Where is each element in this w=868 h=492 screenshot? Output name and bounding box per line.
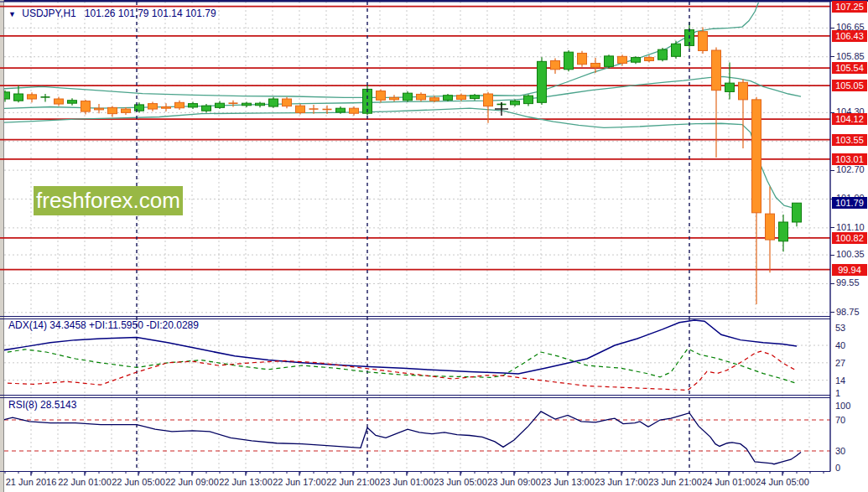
sr-price-tag[interactable]: 106.43 [832, 30, 867, 42]
candle-body [390, 97, 399, 100]
candle-body [122, 109, 131, 112]
chart-window: freshforex.com ▼ USDJPY,H1 101.26 101.79… [0, 0, 868, 492]
time-axis-label: 22 Jun 13:00 [219, 477, 273, 487]
rsi-panel-lines [0, 412, 830, 464]
broker-watermark-text: freshforex.com [36, 188, 180, 213]
chart-canvas[interactable] [0, 0, 868, 492]
price-tick [830, 255, 834, 256]
symbol-dropdown-icon[interactable]: ▼ [8, 10, 16, 18]
time-axis-label: 23 Jun 13:00 [541, 477, 595, 487]
time-axis-label: 24 Jun 05:00 [756, 477, 809, 487]
vertical-marker-lines[interactable] [137, 2, 689, 472]
candle-body [699, 32, 708, 51]
candle-body [202, 106, 211, 111]
symbol-name: USDJPY,H1 [22, 8, 75, 19]
adx-axis-label: 53 [835, 323, 845, 333]
price-axis-label: 101.10 [836, 222, 865, 232]
sr-price-tag[interactable]: 107.25 [832, 1, 867, 13]
adx-axis-label: 1 [835, 388, 840, 398]
candle-body [793, 203, 802, 222]
price-tick [830, 56, 834, 57]
time-axis-label: 22 Jun 21:00 [326, 477, 380, 487]
candle-body [578, 53, 587, 64]
rsi-indicator-label: RSI(8) 28.5143 [8, 399, 76, 411]
candle-body [403, 93, 413, 101]
candle-body [712, 50, 721, 91]
candle-body [752, 100, 761, 213]
time-axis-ticks [5, 472, 824, 476]
candle-body [242, 103, 252, 106]
candle-body [739, 82, 748, 100]
candle-body [296, 106, 305, 112]
sr-price-tag[interactable]: 104.12 [832, 113, 867, 125]
candle-body [283, 99, 292, 106]
candle-body [377, 91, 386, 101]
candle-body [1, 92, 10, 99]
adx-axis-label: 40 [835, 340, 845, 350]
candle-body [95, 108, 104, 110]
rsi-axis-label: 100 [835, 401, 850, 411]
adx-indicator-label: ADX(14) 34.3458 +DI:11.5950 -DI:20.0289 [8, 319, 199, 331]
time-axis-label: 22 Jun 17:00 [273, 477, 326, 487]
sr-price-tag[interactable]: 103.55 [832, 134, 867, 146]
candle-body [68, 101, 77, 103]
panel-borders [0, 2, 830, 472]
candle-body [175, 102, 185, 107]
sr-price-tag[interactable]: 105.54 [832, 62, 867, 74]
symbol-ohlc-values: 101.26 101.79 101.14 101.79 [85, 8, 216, 19]
sr-price-tag[interactable]: 99.94 [832, 264, 867, 276]
candle-body [55, 99, 64, 104]
time-axis-label: 24 Jun 01:00 [702, 477, 756, 487]
bollinger-bands [0, 0, 801, 210]
candle-body [605, 56, 614, 66]
candle-body [511, 101, 520, 105]
time-axis-label: 23 Jun 21:00 [648, 477, 702, 487]
time-axis-label: 23 Jun 09:00 [487, 477, 541, 487]
candle-body [457, 96, 466, 100]
candle-body [551, 60, 560, 69]
candle-body [336, 108, 346, 112]
time-axis-label: 23 Jun 05:00 [434, 477, 487, 487]
candle-body [14, 94, 23, 101]
price-axis-label: 105.85 [836, 51, 865, 61]
adx-axis-label: 14 [835, 375, 845, 386]
price-tick [830, 28, 834, 28]
sr-price-tag[interactable]: 105.05 [832, 80, 867, 91]
time-axis-label: 23 Jun 01:00 [380, 477, 434, 487]
candle-body [81, 101, 91, 111]
candle-body [779, 222, 788, 241]
time-axis-label: 22 Jun 09:00 [165, 477, 219, 487]
price-axis-label: 102.70 [836, 164, 865, 174]
candle-body [645, 58, 654, 61]
price-axis-label: 98.75 [836, 307, 860, 317]
sr-price-tag[interactable]: 100.82 [832, 232, 867, 244]
candles-layer [1, 22, 802, 303]
candle-body [256, 103, 265, 106]
price-tick [830, 283, 834, 284]
time-axis-label: 22 Jun 05:00 [112, 477, 165, 487]
candle-body [672, 44, 681, 56]
candle-body [444, 96, 453, 101]
crosshair-cursor [495, 102, 508, 116]
rsi-axis-label: 0 [835, 463, 840, 473]
broker-watermark: freshforex.com [34, 186, 183, 215]
candle-body [148, 104, 158, 109]
candle-body [564, 52, 574, 70]
candle-body [484, 94, 493, 106]
candle-body [108, 107, 117, 113]
candle-body [189, 104, 198, 107]
rsi-axis-label: 70 [835, 415, 845, 425]
price-tick [830, 312, 834, 313]
price-axis-label: 99.55 [836, 277, 860, 287]
price-axis-label: 100.35 [836, 249, 865, 259]
candle-body [632, 58, 641, 63]
candle-body [524, 96, 533, 103]
sr-price-tag[interactable]: 103.01 [832, 153, 867, 165]
minus-di-line [0, 351, 797, 391]
symbol-header[interactable]: ▼ USDJPY,H1 101.26 101.79 101.14 101.79 [8, 8, 216, 19]
candle-body [766, 214, 775, 240]
candle-body [269, 99, 278, 106]
adx-axis-label: 27 [835, 358, 845, 368]
candle-body [417, 94, 426, 99]
price-tick [830, 170, 834, 171]
